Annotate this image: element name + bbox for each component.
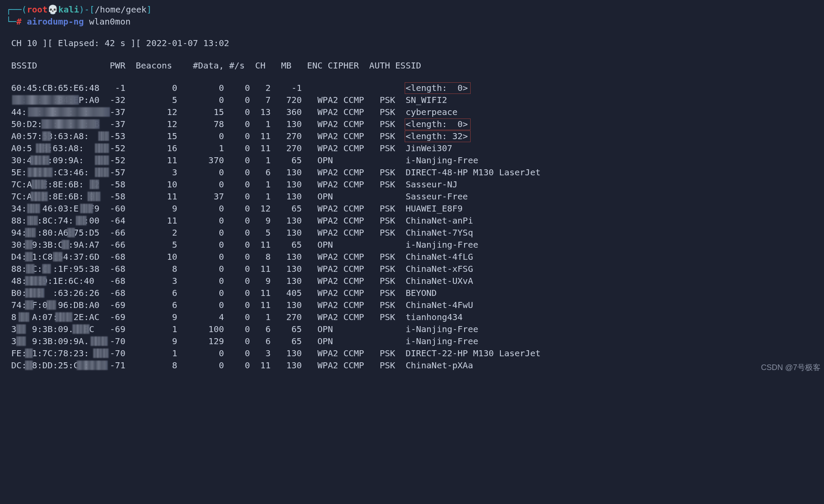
- table-row: 3 9:3B:09. BC -69 1 100 0 6 65 OPN i-Nan…: [6, 323, 818, 335]
- row-text: 5E: : :C3:46: -57 3 0 0 6 130 WPA2 CCMP …: [6, 166, 540, 178]
- row-text: DC: 8:DD:25:C : -71 8 0 0 11 130 WPA2 CC…: [6, 359, 473, 371]
- pixelated-mask: [25, 300, 34, 310]
- row-text: D4: 1:C8:54:37:6D -68 10 0 0 8 130 WPA2 …: [6, 251, 473, 263]
- table-row: 3 9:3B:09:9A. -70 9 129 0 6 65 OPN i-Nan…: [6, 335, 818, 347]
- table-row: A0:5 3:63:A8: -52 16 1 0 11 270 WPA2 CCM…: [6, 142, 818, 154]
- table-row: 74: F:0 96:DB:A0 -69 6 0 0 11 130 WPA2 C…: [6, 299, 818, 311]
- pixelated-mask: [91, 336, 108, 346]
- pixelated-mask: [87, 192, 100, 201]
- pixelated-mask: [25, 276, 47, 286]
- table-row: 44: : : : : -37 12 15 0 13 360 WPA2 CCMP…: [6, 106, 818, 118]
- table-row: 60:45:CB:65:E6:48 -1 0 0 0 2 -1 <length:…: [6, 82, 818, 94]
- prompt-line-2: └─# airodump-ng wlan0mon: [6, 16, 818, 28]
- row-text: 7C:A E:8E:6B: 0 -58 11 37 0 1 130 OPN Sa…: [6, 190, 468, 202]
- pixelated-mask: [25, 288, 44, 298]
- pixelated-mask: [16, 336, 26, 346]
- pixelated-mask: [62, 240, 69, 249]
- table-row: 94: :80:A6:75:D5 -66 2 0 0 5 130 WPA2 CC…: [6, 227, 818, 239]
- table-row: 88: :8C:74: :00 -64 11 0 0 9 130 WPA2 CC…: [6, 215, 818, 227]
- table-row: D4: 1:C8:54:37:6D -68 10 0 0 8 130 WPA2 …: [6, 251, 818, 263]
- table-row: DC: 8:DD:25:C : -71 8 0 0 11 130 WPA2 CC…: [6, 359, 818, 371]
- table-row: 48: :9:1E:6C:40 -68 3 0 0 9 130 WPA2 CCM…: [6, 275, 818, 287]
- pixelated-mask: [30, 156, 50, 165]
- pixelated-mask: [80, 204, 93, 213]
- pixelated-mask: [25, 252, 33, 261]
- pixelated-mask: [25, 228, 36, 237]
- watermark: CSDN @7号极客: [761, 362, 821, 373]
- prompt-line-1: ┌──(root💀kali)-[/home/geek]: [6, 3, 818, 16]
- pixelated-mask: [36, 143, 51, 153]
- row-text: 48: :9:1E:6C:40 -68 3 0 0 9 130 WPA2 CCM…: [6, 275, 473, 287]
- row-text: 7C:A E:8E:6B: 2 -58 10 0 0 1 130 WPA2 CC…: [6, 178, 458, 190]
- pixelated-mask: [41, 119, 100, 129]
- command-arg: wlan0mon: [84, 16, 131, 27]
- pixelated-mask: [53, 252, 62, 261]
- pixelated-mask: [25, 240, 33, 249]
- pixelated-mask: [98, 131, 109, 141]
- row-text: 34: 46:03:E F9 -60 9 0 0 12 65 WPA2 CCMP…: [6, 202, 463, 215]
- table-row: 7C:A E:8E:6B: 2 -58 10 0 0 1 130 WPA2 CC…: [6, 178, 818, 190]
- row-text: 60:45:CB:65:E6:48 -1 0 0 0 2 -1 <length:…: [6, 82, 468, 94]
- lbracket: [: [90, 4, 95, 15]
- pixelated-mask: [12, 95, 79, 105]
- pixelated-mask: [90, 180, 99, 189]
- pixelated-mask: [95, 156, 109, 165]
- table-row: 5E: : :C3:46: -57 3 0 0 6 130 WPA2 CCMP …: [6, 166, 818, 178]
- terminal[interactable]: ┌──(root💀kali)-[/home/geek] └─# airodump…: [0, 0, 824, 375]
- pixelated-mask: [16, 324, 26, 334]
- row-text: FE: 1:7C:78:23: -70 1 0 0 3 130 WPA2 CCM…: [6, 347, 540, 359]
- row-text: 30: 9:3B:C :9A:A7 -66 5 0 0 11 65 OPN i-…: [6, 239, 478, 251]
- pixelated-mask: [77, 361, 108, 370]
- table-header: BSSID PWR Beacons #Data, #/s CH MB ENC C…: [6, 59, 818, 72]
- table-row: A0:57:53:63:A8: -53 15 0 0 11 270 WPA2 C…: [6, 130, 818, 142]
- row-text: 88: C:C :1F:95:38 -68 8 0 0 11 130 WPA2 …: [6, 263, 473, 275]
- row-text: 3 9:3B:09:9A. -70 9 129 0 6 65 OPN i-Nan…: [6, 335, 478, 347]
- prompt-cwd: /home/geek: [95, 4, 147, 15]
- row-text: A0:5 3:63:A8: -52 16 1 0 11 270 WPA2 CCM…: [6, 142, 453, 154]
- prompt-corner: ┌──(: [6, 4, 27, 15]
- pixelated-mask: [31, 192, 48, 201]
- pixelated-mask: [42, 131, 51, 141]
- pixelated-mask: [42, 264, 51, 274]
- row-text: 8 A:07: 2E:AC -69 9 4 0 1 270 WPA2 CCMP …: [6, 311, 463, 323]
- pixelated-mask: [95, 168, 109, 177]
- pixelated-mask: [76, 216, 87, 225]
- pixelated-mask: [95, 143, 109, 153]
- pixelated-mask: [28, 107, 110, 117]
- pixelated-mask: [26, 264, 34, 274]
- pixelated-mask: [27, 216, 38, 225]
- row-text: A0:57:53:63:A8: -53 15 0 0 11 270 WPA2 C…: [6, 130, 468, 142]
- row-text: B0: : :63:26:26 -68 6 0 0 11 405 WPA2 CC…: [6, 287, 437, 299]
- table-row: 30: 9:3B:C :9A:A7 -66 5 0 0 11 65 OPN i-…: [6, 239, 818, 251]
- pixelated-mask: [19, 312, 29, 322]
- prompt-sep: )-: [79, 4, 90, 15]
- table-row: : : :84:EP:A0 -32 5 0 0 7 720 WPA2 CCMP …: [6, 94, 818, 106]
- command: airodump-ng: [22, 16, 84, 27]
- prompt-host: kali: [58, 4, 79, 15]
- pixelated-mask: [55, 312, 72, 322]
- table-row: 7C:A E:8E:6B: 0 -58 11 37 0 1 130 OPN Sa…: [6, 190, 818, 202]
- pixelated-mask: [31, 180, 47, 189]
- table-row: 34: 46:03:E F9 -60 9 0 0 12 65 WPA2 CCMP…: [6, 202, 818, 215]
- row-text: 30:4 F:09:9A: -52 11 370 0 1 65 OPN i-Na…: [6, 154, 478, 166]
- table-row: 30:4 F:09:9A: -52 11 370 0 1 65 OPN i-Na…: [6, 154, 818, 166]
- prompt-corner2: └─: [6, 16, 16, 27]
- table-rows: 60:45:CB:65:E6:48 -1 0 0 0 2 -1 <length:…: [6, 82, 818, 371]
- pixelated-mask: [28, 168, 53, 177]
- pixelated-mask: [67, 228, 75, 237]
- pixelated-mask: [93, 348, 109, 358]
- pixelated-mask: [25, 361, 33, 370]
- skull-icon: 💀: [47, 4, 58, 15]
- pixelated-mask: [27, 204, 40, 213]
- rbracket: ]: [147, 4, 152, 15]
- status-line: CH 10 ][ Elapsed: 42 s ][ 2022-01-07 13:…: [6, 37, 818, 49]
- prompt-hash: #: [16, 16, 22, 27]
- pixelated-mask: [47, 300, 56, 310]
- table-row: B0: : :63:26:26 -68 6 0 0 11 405 WPA2 CC…: [6, 287, 818, 299]
- table-row: 8 A:07: 2E:AC -69 9 4 0 1 270 WPA2 CCMP …: [6, 311, 818, 323]
- row-text: 74: F:0 96:DB:A0 -69 6 0 0 11 130 WPA2 C…: [6, 299, 473, 311]
- pixelated-mask: [72, 324, 90, 334]
- pixelated-mask: [25, 348, 33, 358]
- table-row: 50:D2: : : : B -37 12 78 0 1 130 WPA2 CC…: [6, 118, 818, 130]
- table-row: 88: C:C :1F:95:38 -68 8 0 0 11 130 WPA2 …: [6, 263, 818, 275]
